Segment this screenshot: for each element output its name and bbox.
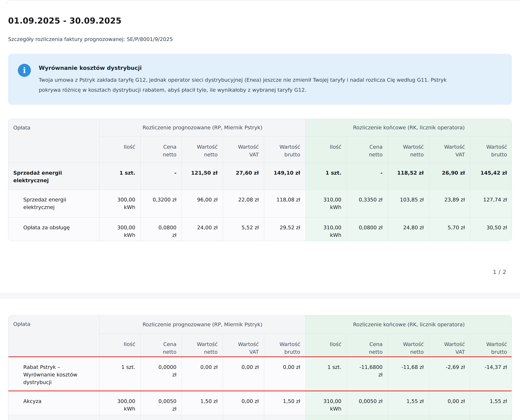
page-subtitle: Szczegóły rozliczenia faktury prognozowa… [8, 36, 173, 42]
subcolumn-header-rp-0: Ilość [99, 136, 140, 163]
notice-body: Twoja umowa z Pstryk zakłada taryfę G12,… [39, 75, 501, 95]
subcolumn-header-rp-3: Wartość VAT [223, 136, 264, 163]
value-cell-rk-1: -11,6800 zł [347, 357, 388, 391]
value-cell-rk-3: -2,69 zł [429, 357, 470, 391]
value-cell-rk-2: 1,55 zł [388, 391, 429, 415]
fee-cell: Sprzedaż energii elektrycznej [8, 163, 99, 190]
value-cell-rk-0: 1 szt. [305, 357, 347, 391]
value-cell-rk-1: 0,3350 zł [347, 190, 388, 218]
value-cell-rp-3: 22,08 zł [223, 190, 264, 218]
subcolumn-header-rk-0: Ilość [305, 136, 347, 163]
value-cell-rp-0: 1 szt. [99, 163, 140, 190]
info-icon: i [18, 64, 31, 77]
value-cell-rp-1: 0,0800 zł [140, 218, 182, 241]
billing-table-page-2: OpłataRozliczenie prognozowane (RP, Mier… [8, 315, 512, 420]
value-cell-rk-1: 0,0050 zł [347, 391, 388, 415]
value-cell-rk-4 [470, 415, 512, 420]
value-cell-rp-3: 0,00 zł [223, 357, 264, 391]
table-row: Opłata za obsługę300,00 kWh0,0800 zł24,0… [8, 218, 512, 241]
value-cell-rp-4: 1,50 zł [264, 391, 305, 415]
group-header-rk: Rozliczenie końcowe (RK, licznik operato… [305, 119, 512, 136]
value-cell-rp-1 [140, 415, 182, 420]
group-header-rp: Rozliczenie prognozowane (RP, Miernik Ps… [99, 315, 305, 334]
subcolumn-header-rk-3: Wartość VAT [429, 334, 470, 357]
value-cell-rp-2: 121,50 zł [182, 163, 223, 190]
page-title: 01.09.2025 - 30.09.2025 [8, 16, 122, 25]
value-cell-rp-4: 118,08 zł [264, 190, 305, 218]
value-cell-rk-1 [347, 415, 388, 420]
fee-column-header: Opłata [8, 119, 99, 163]
table-row: Sprzedaż energii elektrycznej300,00 kWh0… [8, 190, 512, 218]
group-header-rp: Rozliczenie prognozowane (RP, Miernik Ps… [99, 119, 305, 136]
notice-title: Wyrównanie kosztów dystrybucji [39, 65, 501, 71]
value-cell-rk-2 [388, 415, 429, 420]
subcolumn-header-rk-3: Wartość VAT [429, 136, 470, 163]
fee-cell: Sprzedaż energii elektrycznej [8, 190, 99, 218]
value-cell-rp-0: 1 szt. [99, 357, 140, 391]
subcolumn-header-rp-3: Wartość VAT [223, 334, 264, 357]
subcolumn-header-rk-1: Cena netto [347, 136, 388, 163]
value-cell-rp-3: 5,52 zł [223, 218, 264, 241]
subcolumn-header-rk-1: Cena netto [347, 334, 388, 357]
value-cell-rk-4: 30,50 zł [470, 218, 512, 241]
value-cell-rk-3: 26,90 zł [429, 163, 470, 190]
value-cell-rp-0: 300,00 kWh [99, 218, 140, 241]
page-indicator: 1 / 2 [493, 269, 506, 275]
value-cell-rp-2 [182, 415, 223, 420]
value-cell-rp-4: 149,10 zł [264, 163, 305, 190]
table-row: Sprzedaż energii elektrycznej1 szt.-121,… [8, 163, 512, 190]
value-cell-rp-4: 29,52 zł [264, 218, 305, 241]
value-cell-rp-2: 24,00 zł [182, 218, 223, 241]
fee-cell: Rabat Pstryk – Wyrównanie kosztów dystry… [8, 357, 99, 391]
fee-column-header: Opłata [8, 315, 99, 357]
value-cell-rk-2: -11,68 zł [388, 357, 429, 391]
value-cell-rp-0: 300,00 kWh [99, 190, 140, 218]
subcolumn-header-rp-1: Cena netto [140, 136, 182, 163]
value-cell-rk-1: - [347, 163, 388, 190]
fee-cell: Akcyza [8, 391, 99, 415]
value-cell-rk-2: 118,52 zł [388, 163, 429, 190]
value-cell-rk-2: 24,80 zł [388, 218, 429, 241]
value-cell-rp-4 [264, 415, 305, 420]
value-cell-rk-0: 310,00 kWh [305, 391, 347, 415]
value-cell-rk-4: 127,74 zł [470, 190, 512, 218]
table-row [8, 415, 512, 420]
value-cell-rk-3 [429, 415, 470, 420]
billing-table-page-1: OpłataRozliczenie prognozowane (RP, Mier… [8, 119, 512, 241]
fee-cell: Opłata za obsługę [8, 218, 99, 241]
value-cell-rk-0: 310,00 kWh [305, 190, 347, 218]
value-cell-rk-3: 5,70 zł [429, 218, 470, 241]
value-cell-rp-3 [223, 415, 264, 420]
subcolumn-header-rk-2: Wartość netto [388, 334, 429, 357]
value-cell-rp-3: 27,60 zł [223, 163, 264, 190]
subcolumn-header-rk-0: Ilość [305, 334, 347, 357]
value-cell-rp-1: 0,0050 zł [140, 391, 182, 415]
value-cell-rk-4: 145,42 zł [470, 163, 512, 190]
value-cell-rp-2: 96,00 zł [182, 190, 223, 218]
value-cell-rk-0 [305, 415, 347, 420]
previous-card-edge [8, 0, 520, 4]
value-cell-rp-1: 0,0000 zł [140, 357, 182, 391]
value-cell-rp-1: 0,3200 zł [140, 190, 182, 218]
value-cell-rk-3: 23,89 zł [429, 190, 470, 218]
value-cell-rk-0: 1 szt. [305, 163, 347, 190]
value-cell-rp-4: 0,00 zł [264, 357, 305, 391]
value-cell-rk-1: 0,0800 zł [347, 218, 388, 241]
subcolumn-header-rk-4: Wartość brutto [470, 334, 512, 357]
value-cell-rk-4: -14,37 zł [470, 357, 512, 391]
subcolumn-header-rp-4: Wartość brutto [264, 334, 305, 357]
value-cell-rk-4: 1,55 zł [470, 391, 512, 415]
table-row: Rabat Pstryk – Wyrównanie kosztów dystry… [8, 357, 512, 391]
value-cell-rp-2: 0,00 zł [182, 357, 223, 391]
value-cell-rk-0: 310,00 kWh [305, 218, 347, 241]
distribution-notice: i Wyrównanie kosztów dystrybucji Twoja u… [8, 54, 512, 105]
group-header-rk: Rozliczenie końcowe (RK, licznik operato… [305, 315, 512, 334]
subcolumn-header-rk-4: Wartość brutto [470, 136, 512, 163]
fee-cell [8, 415, 99, 420]
value-cell-rk-2: 103,85 zł [388, 190, 429, 218]
subcolumn-header-rp-1: Cena netto [140, 334, 182, 357]
value-cell-rp-1: - [140, 163, 182, 190]
notice-text: Wyrównanie kosztów dystrybucji Twoja umo… [39, 64, 501, 95]
subcolumn-header-rp-2: Wartość netto [182, 136, 223, 163]
value-cell-rp-3: 0,00 zł [223, 391, 264, 415]
